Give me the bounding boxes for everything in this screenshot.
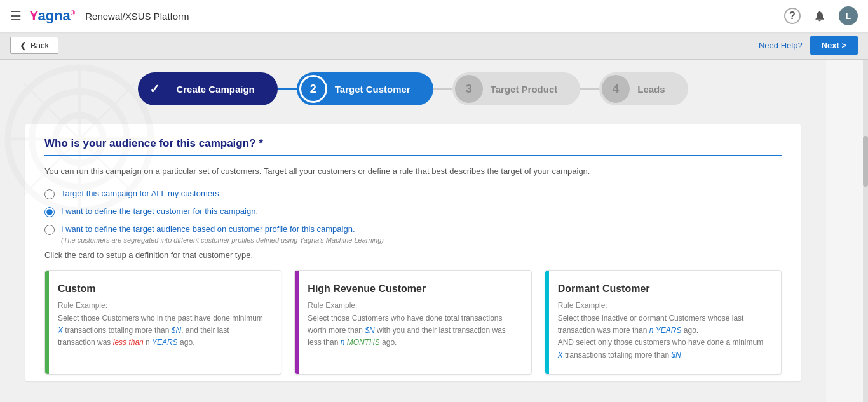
step-1-circle: ✓ bbox=[140, 75, 168, 103]
step-1-label: Create Campaign bbox=[168, 84, 267, 95]
connector-2-3 bbox=[433, 88, 452, 90]
connector-1-2 bbox=[278, 88, 297, 90]
step-4-label: Leads bbox=[630, 84, 677, 95]
card-high-revenue[interactable]: High Revenue Customer Rule Example: Sele… bbox=[294, 270, 531, 375]
app-title: Renewal/XSUS Platform bbox=[85, 11, 784, 22]
connector-3-4 bbox=[580, 88, 599, 90]
step-2-circle: 2 bbox=[299, 75, 327, 103]
card-dormant-desc: Select those inactive or dormant Custome… bbox=[558, 312, 768, 361]
notification-icon[interactable] bbox=[811, 7, 829, 25]
stepper: ✓ Create Campaign 2 Target Customer 3 Ta… bbox=[127, 72, 699, 105]
logo-sup: ® bbox=[71, 10, 75, 17]
question-description: You can run this campaign on a particula… bbox=[44, 165, 782, 178]
radio-customer-profile-label[interactable]: I want to define the target audience bas… bbox=[61, 224, 355, 234]
highlight-years: YEARS bbox=[152, 338, 178, 347]
card-high-revenue-rule-label: Rule Example: bbox=[308, 301, 518, 310]
cards-section: Custom Rule Example: Select those Custom… bbox=[44, 270, 782, 375]
next-button[interactable]: Next > bbox=[810, 36, 858, 55]
question-title: Who is your audience for this campaign? … bbox=[44, 137, 782, 156]
logo-agna: agna bbox=[37, 8, 70, 23]
step-3-target-product[interactable]: 3 Target Product bbox=[452, 72, 581, 105]
radio-customer-profile[interactable] bbox=[44, 225, 55, 235]
radio-define-customer-label[interactable]: I want to define the target customer for… bbox=[61, 206, 258, 217]
highlight-n1: $N bbox=[172, 326, 181, 335]
back-button[interactable]: ❮ Back bbox=[10, 37, 58, 54]
card-custom-content: Custom Rule Example: Select those Custom… bbox=[45, 283, 268, 349]
card-dormant-border bbox=[545, 271, 549, 374]
highlight-n4: n bbox=[649, 326, 654, 335]
radio-option-customer-profile[interactable]: I want to define the target audience bas… bbox=[44, 224, 782, 244]
card-dormant-title: Dormant Customer bbox=[558, 283, 768, 295]
nav-right: Need Help? Next > bbox=[759, 36, 858, 55]
highlight-x: X bbox=[58, 326, 63, 335]
back-label: Back bbox=[31, 41, 49, 50]
step-1-create-campaign[interactable]: ✓ Create Campaign bbox=[138, 72, 277, 105]
card-dormant-content: Dormant Customer Rule Example: Select th… bbox=[545, 283, 768, 361]
card-high-revenue-title: High Revenue Customer bbox=[308, 283, 518, 295]
question-section: Who is your audience for this campaign? … bbox=[25, 124, 801, 381]
user-avatar[interactable]: L bbox=[839, 6, 858, 25]
radio-option-define-customer[interactable]: I want to define the target customer for… bbox=[44, 206, 782, 217]
card-high-revenue-desc: Select those Customers who have done tot… bbox=[308, 312, 518, 349]
highlight-months: MONTHS bbox=[347, 338, 380, 347]
header-icons: ? L bbox=[784, 6, 858, 25]
step-3-circle: 3 bbox=[455, 75, 483, 103]
nav-bar: ❮ Back Need Help? Next > bbox=[0, 32, 868, 60]
highlight-less: less than bbox=[113, 338, 144, 347]
help-icon[interactable]: ? bbox=[784, 8, 801, 24]
card-custom-title: Custom bbox=[58, 283, 268, 295]
radio-all-customers[interactable] bbox=[44, 189, 55, 199]
step-4-circle: 4 bbox=[602, 75, 630, 103]
step-2-target-customer[interactable]: 2 Target Customer bbox=[297, 72, 433, 105]
app-logo: Yagna® bbox=[29, 8, 75, 24]
scrollbar-thumb[interactable] bbox=[863, 136, 868, 187]
highlight-x2: X bbox=[558, 351, 563, 359]
card-high-revenue-border bbox=[295, 271, 299, 374]
scrollbar-track[interactable] bbox=[863, 60, 868, 402]
highlight-n3: n bbox=[341, 338, 345, 347]
step-3-label: Target Product bbox=[483, 84, 571, 95]
radio-option-all-customers[interactable]: Target this campaign for ALL my customer… bbox=[44, 188, 782, 199]
menu-icon[interactable]: ☰ bbox=[10, 8, 22, 23]
back-chevron-icon: ❮ bbox=[20, 41, 27, 50]
radio-define-customer[interactable] bbox=[44, 207, 55, 217]
highlight-n5: $N bbox=[671, 351, 681, 359]
step-2-label: Target Customer bbox=[327, 84, 423, 95]
radio-all-customers-label[interactable]: Target this campaign for ALL my customer… bbox=[61, 188, 221, 199]
card-custom-border bbox=[45, 271, 49, 374]
card-custom-rule-label: Rule Example: bbox=[58, 301, 268, 310]
card-custom-desc: Select those Customers who in the past h… bbox=[58, 312, 268, 349]
card-dormant-rule-label: Rule Example: bbox=[558, 301, 768, 310]
highlight-years2: YEARS bbox=[656, 326, 682, 335]
logo-y: Y bbox=[29, 8, 37, 23]
main-content: ✓ Create Campaign 2 Target Customer 3 Ta… bbox=[0, 60, 826, 402]
card-dormant[interactable]: Dormant Customer Rule Example: Select th… bbox=[545, 270, 782, 375]
card-high-revenue-content: High Revenue Customer Rule Example: Sele… bbox=[295, 283, 518, 349]
radio-customer-profile-sublabel: (The customers are segregated into diffe… bbox=[61, 236, 384, 244]
click-hint: Click the card to setup a definition for… bbox=[44, 250, 782, 260]
need-help-link[interactable]: Need Help? bbox=[759, 41, 803, 50]
step-4-leads[interactable]: 4 Leads bbox=[599, 72, 688, 105]
app-header: ☰ Yagna® Renewal/XSUS Platform ? L bbox=[0, 0, 868, 32]
card-custom[interactable]: Custom Rule Example: Select those Custom… bbox=[44, 270, 281, 375]
highlight-n2: $N bbox=[365, 326, 374, 335]
